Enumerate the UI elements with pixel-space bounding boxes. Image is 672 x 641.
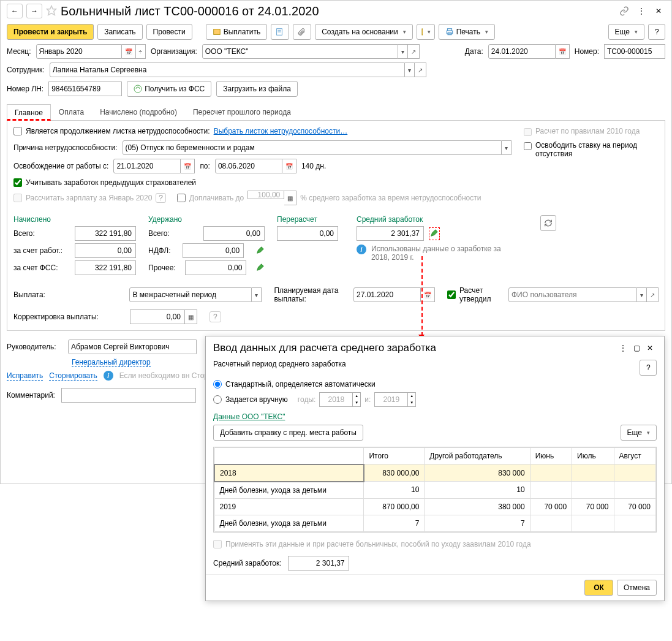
save-button[interactable]: Записать bbox=[97, 24, 142, 40]
date-to-input[interactable] bbox=[215, 159, 282, 173]
avg-input[interactable] bbox=[357, 226, 424, 241]
menu-icon[interactable]: ⋮ bbox=[635, 4, 648, 18]
spinner-icon[interactable]: ÷ bbox=[136, 44, 146, 59]
edit-avg-icon[interactable] bbox=[429, 227, 440, 240]
help-icon[interactable]: ? bbox=[156, 193, 166, 203]
more-button[interactable]: Еще bbox=[608, 24, 644, 40]
modal-help-button[interactable]: ? bbox=[640, 360, 657, 376]
prev-insurers-checkbox[interactable] bbox=[13, 178, 22, 187]
refresh-button[interactable] bbox=[540, 215, 556, 231]
table-row[interactable]: 2019870 000,00380 00070 00070 00070 000 bbox=[214, 498, 656, 515]
ln-input[interactable] bbox=[48, 82, 122, 96]
get-fss-button[interactable]: Получить из ФСС bbox=[127, 81, 211, 97]
calendar-icon[interactable]: 📅 bbox=[282, 159, 296, 173]
payout-input[interactable] bbox=[129, 287, 252, 302]
table-row[interactable]: 2018830 000,00830 000 bbox=[214, 465, 656, 482]
data-table[interactable]: ИтогоДругой работодательИюньИюльАвгуст20… bbox=[213, 447, 657, 533]
calendar-icon[interactable]: 📅 bbox=[122, 44, 136, 59]
spin-down[interactable]: ▼ bbox=[408, 400, 415, 406]
table-header[interactable]: Август bbox=[614, 448, 655, 465]
post-button[interactable]: Провести bbox=[146, 24, 192, 40]
year2-input[interactable] bbox=[374, 392, 408, 407]
tab-recalc[interactable]: Пересчет прошлого периода bbox=[185, 104, 299, 120]
year1-input[interactable] bbox=[319, 392, 353, 407]
table-header[interactable]: Другой работодатель bbox=[425, 448, 530, 465]
manual-radio[interactable] bbox=[213, 395, 222, 404]
table-header[interactable] bbox=[214, 448, 364, 465]
ndfl-input[interactable] bbox=[183, 243, 244, 258]
spin-up[interactable]: ▲ bbox=[353, 393, 360, 400]
close-icon[interactable]: ✕ bbox=[643, 341, 657, 355]
spin-up[interactable]: ▲ bbox=[408, 393, 415, 400]
post-close-button[interactable]: Провести и закрыть bbox=[7, 24, 94, 40]
calendar-icon[interactable]: 📅 bbox=[181, 159, 195, 173]
date-input[interactable] bbox=[488, 44, 556, 59]
modal-more-button[interactable]: Еще bbox=[621, 425, 657, 441]
topup-checkbox[interactable] bbox=[177, 194, 186, 202]
menu-icon[interactable]: ⋮ bbox=[616, 341, 630, 355]
org-icon-button[interactable] bbox=[417, 24, 435, 40]
pencil-icon[interactable] bbox=[256, 246, 265, 256]
attach-icon-button[interactable] bbox=[293, 24, 311, 40]
withheld-total-input[interactable] bbox=[203, 226, 265, 241]
link-icon[interactable] bbox=[617, 4, 631, 18]
approved-by-input[interactable] bbox=[508, 287, 637, 302]
ok-button[interactable]: ОК bbox=[584, 580, 613, 596]
manager-input[interactable] bbox=[68, 339, 197, 354]
spin-down[interactable]: ▼ bbox=[353, 400, 360, 406]
open-icon[interactable]: ↗ bbox=[647, 287, 659, 302]
table-row[interactable]: Дней болезни, ухода за детьми1010 bbox=[214, 482, 656, 499]
star-icon[interactable] bbox=[46, 5, 57, 18]
dropdown-icon[interactable]: ▾ bbox=[502, 140, 512, 155]
table-header[interactable]: Итого bbox=[364, 448, 425, 465]
approved-checkbox[interactable] bbox=[447, 290, 456, 299]
data-header[interactable]: Данные ООО "ТЕКС" bbox=[206, 409, 664, 422]
open-icon[interactable]: ↗ bbox=[415, 63, 426, 77]
manager-position-link[interactable]: Генеральный директор bbox=[72, 358, 151, 367]
table-header[interactable]: Июнь bbox=[530, 448, 572, 465]
employer-input[interactable] bbox=[75, 243, 136, 258]
tab-accrued[interactable]: Начислено (подробно) bbox=[92, 104, 185, 120]
other-input[interactable] bbox=[185, 260, 246, 275]
continuation-checkbox[interactable] bbox=[13, 127, 22, 135]
dropdown-icon[interactable]: ▾ bbox=[398, 44, 408, 59]
table-row[interactable]: Дней болезни, ухода за детьми77 bbox=[214, 515, 656, 531]
modal-avg-input[interactable] bbox=[288, 556, 349, 571]
close-icon[interactable]: ✕ bbox=[652, 4, 665, 18]
create-based-button[interactable]: Создать на основании bbox=[315, 24, 413, 40]
calendar-icon[interactable]: 📅 bbox=[421, 287, 435, 302]
fss-input[interactable] bbox=[75, 260, 136, 275]
load-file-button[interactable]: Загрузить из файла bbox=[216, 81, 298, 97]
calc-icon[interactable]: ▦ bbox=[284, 191, 296, 205]
pay-button[interactable]: Выплатить bbox=[206, 24, 268, 40]
back-button[interactable]: ← bbox=[7, 4, 23, 18]
doc-icon-button[interactable] bbox=[271, 24, 289, 40]
tab-main[interactable]: Главное bbox=[7, 104, 51, 121]
help-button[interactable]: ? bbox=[648, 24, 665, 40]
planned-date-input[interactable] bbox=[353, 287, 421, 302]
calendar-icon[interactable]: 📅 bbox=[556, 44, 570, 59]
help-icon[interactable]: ? bbox=[210, 311, 221, 322]
correction-input[interactable] bbox=[130, 309, 185, 324]
dropdown-icon[interactable]: ▾ bbox=[405, 63, 415, 77]
fix-link[interactable]: Исправить bbox=[7, 371, 43, 381]
choose-sheet-link[interactable]: Выбрать листок нетрудоспособности… bbox=[214, 127, 348, 135]
dropdown-icon[interactable]: ▾ bbox=[637, 287, 647, 302]
open-icon[interactable]: ↗ bbox=[408, 44, 420, 59]
forward-button[interactable]: → bbox=[26, 4, 42, 18]
table-header[interactable]: Июль bbox=[572, 448, 614, 465]
tab-payment[interactable]: Оплата bbox=[51, 104, 92, 120]
employee-input[interactable] bbox=[50, 63, 405, 77]
add-ref-button[interactable]: Добавить справку с пред. места работы bbox=[213, 425, 363, 441]
print-button[interactable]: Печать bbox=[439, 24, 495, 40]
maximize-icon[interactable]: ▢ bbox=[630, 341, 643, 355]
reason-input[interactable] bbox=[123, 140, 502, 155]
org-input[interactable] bbox=[202, 44, 398, 59]
topup-input[interactable] bbox=[247, 191, 284, 199]
cancel-button[interactable]: Отмена bbox=[617, 580, 657, 596]
number-input[interactable] bbox=[604, 44, 665, 59]
accrued-total-input[interactable] bbox=[75, 226, 136, 241]
date-from-input[interactable] bbox=[113, 159, 181, 173]
month-input[interactable] bbox=[36, 44, 122, 59]
pencil-icon[interactable] bbox=[256, 263, 265, 273]
